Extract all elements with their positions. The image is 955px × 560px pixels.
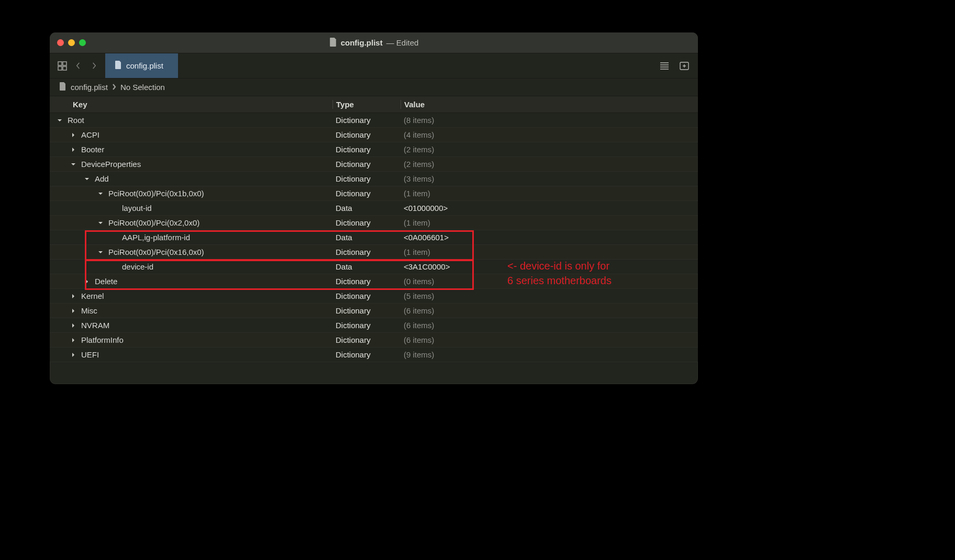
row-value: (1 item) — [401, 189, 698, 198]
table-row[interactable]: RootDictionary(8 items) — [50, 113, 698, 128]
disclosure-open-icon[interactable] — [70, 161, 77, 168]
document-icon — [115, 61, 122, 71]
row-key: ACPI — [81, 130, 99, 139]
row-value: (1 item) — [401, 218, 698, 227]
row-value: (3 items) — [401, 174, 698, 183]
table-row[interactable]: AAPL,ig-platform-idData<0A006601> — [50, 230, 698, 245]
disclosure-closed-icon[interactable] — [70, 146, 77, 153]
row-key: Booter — [81, 145, 104, 154]
row-key: Root — [68, 116, 84, 125]
row-key: Kernel — [81, 292, 104, 300]
nav-back-button[interactable] — [71, 59, 85, 73]
table-row[interactable]: layout-idData<01000000> — [50, 201, 698, 216]
chevron-right-icon — [112, 83, 116, 92]
add-pane-button[interactable] — [676, 59, 693, 73]
row-value: (2 items) — [401, 145, 698, 154]
row-key: AAPL,ig-platform-id — [122, 233, 190, 242]
table-row[interactable]: NVRAMDictionary(6 items) — [50, 318, 698, 333]
disclosure-none — [110, 263, 118, 271]
row-value: (2 items) — [401, 160, 698, 169]
tab-config-plist[interactable]: config.plist — [105, 53, 178, 78]
zoom-window-button[interactable] — [79, 39, 86, 46]
table-row[interactable]: AddDictionary(3 items) — [50, 172, 698, 186]
row-key: PlatformInfo — [81, 335, 124, 344]
table-row[interactable]: device-idData<3A1C0000> — [50, 260, 698, 274]
row-key: PciRoot(0x0)/Pci(0x16,0x0) — [108, 248, 204, 256]
row-value: (1 item) — [401, 248, 698, 256]
disclosure-open-icon[interactable] — [97, 219, 104, 227]
view-options-button[interactable] — [656, 59, 673, 73]
disclosure-none — [110, 234, 118, 241]
row-type: Data — [332, 233, 401, 242]
row-key: NVRAM — [81, 321, 109, 330]
row-key: device-id — [122, 262, 153, 271]
title-status: — Edited — [386, 38, 419, 47]
row-key: DeviceProperties — [81, 160, 141, 169]
tab-label: config.plist — [126, 61, 163, 70]
disclosure-closed-icon[interactable] — [70, 351, 77, 359]
disclosure-open-icon[interactable] — [83, 175, 91, 183]
row-type: Dictionary — [332, 306, 401, 315]
crumb-file[interactable]: config.plist — [71, 83, 108, 92]
table-row[interactable]: PciRoot(0x0)/Pci(0x2,0x0)Dictionary(1 it… — [50, 216, 698, 230]
disclosure-open-icon[interactable] — [97, 249, 104, 256]
table-row[interactable]: ACPIDictionary(4 items) — [50, 128, 698, 142]
svg-rect-0 — [58, 62, 62, 65]
row-type: Data — [332, 262, 401, 271]
crumb-selection[interactable]: No Selection — [120, 83, 165, 92]
row-key: PciRoot(0x0)/Pci(0x2,0x0) — [108, 218, 199, 227]
column-header-type[interactable]: Type — [332, 100, 401, 109]
row-type: Dictionary — [332, 189, 401, 198]
disclosure-closed-icon[interactable] — [70, 322, 77, 329]
table-row[interactable]: PciRoot(0x0)/Pci(0x1b,0x0)Dictionary(1 i… — [50, 186, 698, 201]
row-type: Dictionary — [332, 218, 401, 227]
editor-window: config.plist — Edited config.plist — [50, 32, 698, 384]
column-header-value[interactable]: Value — [401, 100, 698, 109]
column-header-key[interactable]: Key — [50, 100, 332, 109]
plist-tree: RootDictionary(8 items)ACPIDictionary(4 … — [50, 113, 698, 384]
row-value: <01000000> — [401, 204, 698, 212]
row-key: UEFI — [81, 350, 99, 359]
titlebar: config.plist — Edited — [50, 32, 698, 53]
svg-rect-3 — [63, 66, 66, 70]
related-items-button[interactable] — [55, 59, 70, 73]
row-type: Dictionary — [332, 145, 401, 154]
row-value: (9 items) — [401, 350, 698, 359]
disclosure-open-icon[interactable] — [97, 190, 104, 197]
table-row[interactable]: PciRoot(0x0)/Pci(0x16,0x0)Dictionary(1 i… — [50, 245, 698, 260]
close-window-button[interactable] — [57, 39, 64, 46]
toolbar: config.plist — [50, 53, 698, 79]
title-filename: config.plist — [341, 38, 383, 47]
table-row[interactable]: DeleteDictionary(0 items) — [50, 274, 698, 289]
disclosure-open-icon[interactable] — [56, 117, 63, 124]
disclosure-closed-icon[interactable] — [70, 293, 77, 300]
table-row[interactable]: MiscDictionary(6 items) — [50, 304, 698, 318]
row-key: PciRoot(0x0)/Pci(0x1b,0x0) — [108, 189, 204, 198]
row-value: (6 items) — [401, 306, 698, 315]
window-controls — [50, 39, 86, 46]
row-key: Delete — [95, 277, 117, 286]
row-type: Dictionary — [332, 130, 401, 139]
table-row[interactable]: PlatformInfoDictionary(6 items) — [50, 333, 698, 348]
row-type: Dictionary — [332, 350, 401, 359]
row-value: (6 items) — [401, 321, 698, 330]
row-type: Dictionary — [332, 248, 401, 256]
row-type: Dictionary — [332, 174, 401, 183]
table-row[interactable]: UEFIDictionary(9 items) — [50, 348, 698, 362]
row-type: Dictionary — [332, 160, 401, 169]
table-row[interactable]: KernelDictionary(5 items) — [50, 289, 698, 304]
svg-rect-1 — [63, 62, 66, 65]
window-title: config.plist — Edited — [50, 38, 698, 48]
disclosure-closed-icon[interactable] — [70, 307, 77, 315]
disclosure-closed-icon[interactable] — [70, 337, 77, 344]
table-row[interactable]: BooterDictionary(2 items) — [50, 142, 698, 157]
row-value: (0 items) — [401, 277, 698, 286]
table-row[interactable]: DevicePropertiesDictionary(2 items) — [50, 157, 698, 172]
disclosure-closed-icon[interactable] — [70, 131, 77, 139]
column-headers: Key Type Value — [50, 96, 698, 113]
minimize-window-button[interactable] — [68, 39, 75, 46]
disclosure-closed-icon[interactable] — [83, 278, 91, 285]
row-value: (8 items) — [401, 116, 698, 125]
nav-forward-button[interactable] — [86, 59, 101, 73]
row-key: Misc — [81, 306, 97, 315]
